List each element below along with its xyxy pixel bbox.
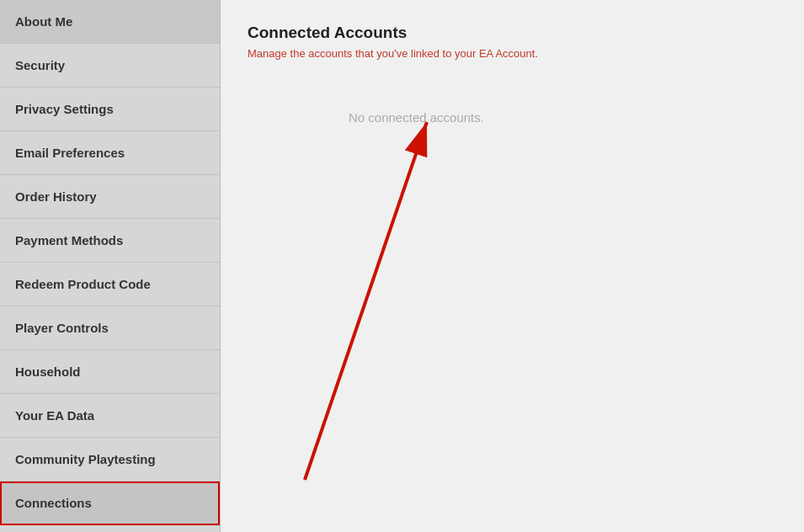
sidebar-item-label: Redeem Product Code (15, 277, 151, 291)
sidebar-item-label: Your EA Data (15, 408, 94, 423)
sidebar-item-privacy-settings[interactable]: Privacy Settings (0, 88, 220, 131)
sidebar-item-label: Payment Methods (15, 233, 123, 247)
page-title: Connected Accounts (248, 24, 777, 42)
sidebar: About Me Security Privacy Settings Email… (0, 0, 221, 532)
sidebar-item-label: Order History (15, 189, 97, 204)
sidebar-item-security[interactable]: Security (0, 44, 220, 88)
sidebar-item-label: Security (15, 58, 65, 72)
sidebar-item-redeem-product-code[interactable]: Redeem Product Code (0, 263, 220, 306)
svg-line-1 (305, 122, 427, 480)
sidebar-item-payment-methods[interactable]: Payment Methods (0, 219, 220, 263)
page-subtitle: Manage the accounts that you've linked t… (248, 47, 777, 60)
sidebar-item-community-playtesting[interactable]: Community Playtesting (0, 438, 220, 481)
sidebar-item-household[interactable]: Household (0, 350, 220, 394)
sidebar-item-your-ea-data[interactable]: Your EA Data (0, 394, 220, 438)
annotation-arrow (221, 0, 804, 532)
sidebar-item-player-controls[interactable]: Player Controls (0, 306, 220, 350)
sidebar-item-about-me[interactable]: About Me (0, 0, 220, 44)
sidebar-item-label: Connections (15, 496, 92, 510)
sidebar-item-label: Email Preferences (15, 146, 125, 160)
empty-state-message: No connected accounts. (349, 110, 777, 125)
sidebar-item-label: Privacy Settings (15, 102, 114, 116)
sidebar-item-label: Community Playtesting (15, 452, 156, 466)
sidebar-item-order-history[interactable]: Order History (0, 175, 220, 219)
sidebar-item-connections[interactable]: Connections (0, 481, 220, 525)
sidebar-item-label: Player Controls (15, 321, 109, 335)
sidebar-item-email-preferences[interactable]: Email Preferences (0, 131, 220, 175)
sidebar-item-label: About Me (15, 14, 72, 29)
main-content: Connected Accounts Manage the accounts t… (221, 0, 804, 532)
app-layout: About Me Security Privacy Settings Email… (0, 0, 804, 532)
sidebar-item-label: Household (15, 364, 81, 379)
